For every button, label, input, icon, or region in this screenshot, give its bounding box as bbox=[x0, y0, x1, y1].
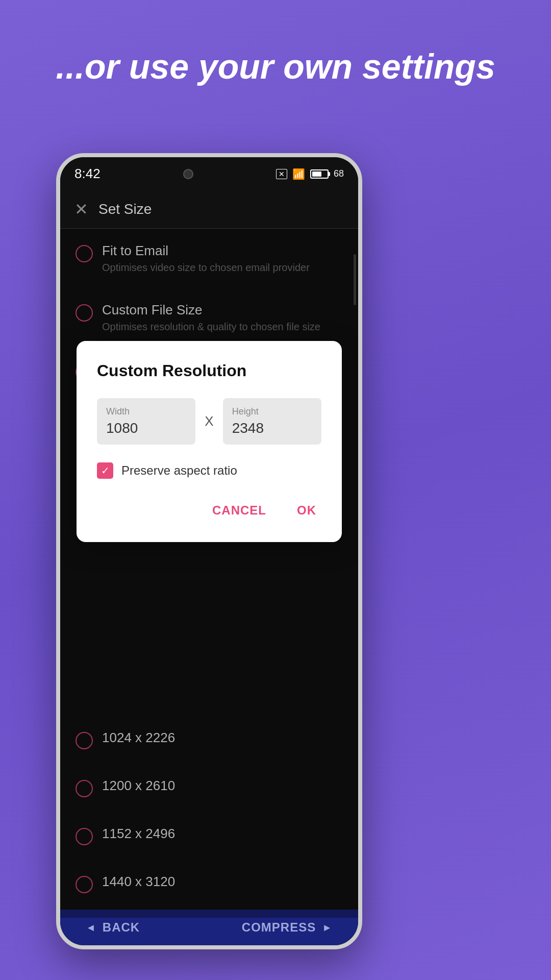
battery-icon bbox=[310, 169, 329, 179]
height-label: Height bbox=[232, 406, 312, 417]
compress-label: COMPRESS bbox=[242, 920, 316, 935]
x-icon: ✕ bbox=[276, 169, 287, 179]
phone-content: Fit to Email Optimises video size to cho… bbox=[60, 229, 358, 918]
compress-button[interactable]: COMPRESS ► bbox=[242, 920, 333, 935]
checkbox-row: ✓ Preserve aspect ratio bbox=[97, 462, 321, 479]
width-value[interactable]: 1080 bbox=[106, 420, 186, 436]
dialog-title: Custom Resolution bbox=[97, 361, 321, 380]
preserve-aspect-checkbox[interactable]: ✓ bbox=[97, 462, 113, 479]
height-value[interactable]: 2348 bbox=[232, 420, 312, 436]
close-button[interactable]: ✕ bbox=[74, 200, 88, 219]
back-label: BACK bbox=[103, 920, 140, 935]
dialog-fields: Width 1080 X Height 2348 bbox=[97, 398, 321, 445]
height-field[interactable]: Height 2348 bbox=[223, 398, 321, 445]
preserve-aspect-label: Preserve aspect ratio bbox=[121, 463, 237, 478]
status-time: 8:42 bbox=[74, 166, 101, 182]
camera-icon bbox=[183, 169, 193, 179]
back-button[interactable]: ◄ BACK bbox=[86, 920, 140, 935]
field-separator: X bbox=[205, 413, 213, 429]
status-bar: 8:42 ✕ 📶 68 bbox=[60, 157, 358, 190]
app-bar: ✕ Set Size bbox=[60, 190, 358, 229]
page-headline: ...or use your own settings bbox=[0, 0, 551, 118]
phone-shell: 8:42 ✕ 📶 68 ✕ Set Size Fit to Email Opti… bbox=[56, 153, 362, 949]
battery-level: 68 bbox=[334, 168, 344, 179]
cancel-button[interactable]: CANCEL bbox=[207, 499, 271, 522]
ok-button[interactable]: OK bbox=[292, 499, 321, 522]
wifi-icon: 📶 bbox=[292, 168, 305, 180]
compress-arrow-icon: ► bbox=[322, 922, 333, 934]
status-icons: ✕ 📶 68 bbox=[276, 168, 344, 180]
dialog-buttons: CANCEL OK bbox=[97, 499, 321, 522]
dialog-overlay: Custom Resolution Width 1080 X Height 23… bbox=[60, 229, 358, 918]
checkmark-icon: ✓ bbox=[101, 464, 110, 477]
width-label: Width bbox=[106, 406, 186, 417]
back-arrow-icon: ◄ bbox=[86, 922, 96, 934]
app-bar-title: Set Size bbox=[98, 201, 152, 217]
width-field[interactable]: Width 1080 bbox=[97, 398, 195, 445]
custom-resolution-dialog: Custom Resolution Width 1080 X Height 23… bbox=[77, 341, 342, 542]
